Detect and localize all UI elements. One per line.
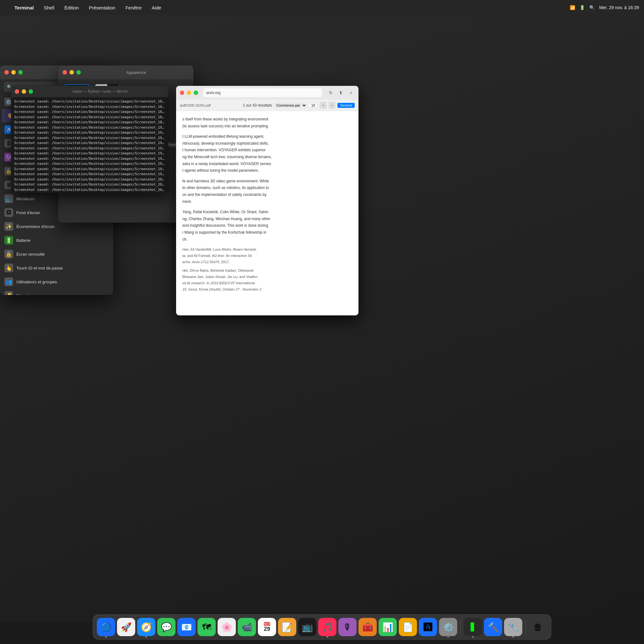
dock-appstore[interactable]: 🅰 bbox=[419, 618, 437, 636]
sp-lock-label: Écran verrouillé bbox=[16, 252, 45, 257]
dock-facetime[interactable]: 📹 bbox=[238, 618, 256, 636]
minimize-button[interactable] bbox=[11, 70, 16, 75]
pdf-text: s itself from these works by integrating… bbox=[182, 116, 352, 293]
screensaver-icon: ✨ bbox=[4, 222, 13, 231]
dock-pages[interactable]: 📄 bbox=[399, 618, 417, 636]
dock-xcode[interactable]: 🔨 bbox=[484, 618, 502, 636]
dock-toolbox[interactable]: 🧰 bbox=[358, 618, 377, 636]
sp-item-lock[interactable]: 🔒 Écran verrouillé bbox=[0, 247, 113, 261]
dock-trash[interactable]: 🗑 bbox=[529, 618, 547, 636]
menu-app-name[interactable]: Terminal bbox=[13, 4, 36, 11]
terminal-content[interactable]: Screenshot saved: /Users/invitation/Desk… bbox=[11, 97, 168, 193]
dock-photos[interactable]: 🌸 bbox=[218, 618, 236, 636]
search-count-input[interactable] bbox=[308, 103, 318, 108]
close-button[interactable] bbox=[4, 70, 9, 75]
browser-maximize[interactable] bbox=[194, 91, 198, 95]
dock-safari[interactable]: 🧭 bbox=[137, 618, 155, 636]
url-text: arxiv.org bbox=[206, 91, 220, 95]
search-prev-button[interactable]: ‹ bbox=[320, 102, 327, 109]
menu-bar-right: 📶 🔋 🔍 Mer. 29 nov. à 16:39 bbox=[570, 5, 639, 10]
sp-touchid-label: Touch ID et mot de passe bbox=[16, 266, 63, 270]
maximize-button[interactable] bbox=[18, 70, 23, 75]
terminal-minimize[interactable] bbox=[22, 89, 26, 94]
browser-content[interactable]: s itself from these works by integrating… bbox=[176, 111, 358, 315]
dock-mail[interactable]: 📧 bbox=[177, 618, 196, 636]
terminal-line: Screenshot saved: /Users/invitation/Desk… bbox=[14, 182, 165, 187]
dock-sysprefs[interactable]: ⚙️ bbox=[439, 618, 457, 636]
monitors-icon: 📺 bbox=[4, 194, 13, 203]
dock-terminal[interactable]: ▊ bbox=[464, 618, 482, 636]
done-button[interactable]: Terminé bbox=[337, 103, 355, 108]
sp-wallpaper-label: Fond d'écran bbox=[16, 210, 40, 215]
terminal-line: Screenshot saved: /Users/invitation/Desk… bbox=[14, 115, 165, 120]
menu-shell[interactable]: Shell bbox=[42, 4, 56, 11]
reload-button[interactable]: ↻ bbox=[327, 89, 335, 97]
sp-users-label: Utilisateurs et groupes bbox=[16, 280, 57, 284]
battery-icon-sp: 🔋 bbox=[4, 236, 13, 245]
dock-launchpad[interactable]: 🚀 bbox=[117, 618, 135, 636]
sp-item-passwords[interactable]: 🔑 Mots de passe bbox=[0, 289, 113, 295]
terminal-line: Screenshot saved: /Users/invitation/Desk… bbox=[14, 187, 165, 193]
search-type-select[interactable]: Commence par bbox=[274, 103, 307, 108]
menu-presentation[interactable]: Présentation bbox=[87, 4, 117, 11]
dock-separator-2 bbox=[525, 620, 526, 634]
browser-controls bbox=[180, 91, 198, 95]
pdf-url: /pdf/2305.16291.pdf bbox=[180, 103, 211, 107]
terminal-line: Screenshot saved: /Users/invitation/Desk… bbox=[14, 120, 165, 125]
dock-music[interactable]: 🎵 bbox=[318, 618, 336, 636]
search-menubar-icon[interactable]: 🔍 bbox=[589, 5, 595, 10]
terminal-close[interactable] bbox=[15, 89, 19, 94]
menu-aide[interactable]: Aide bbox=[150, 4, 163, 11]
app-minimize-button[interactable] bbox=[69, 70, 74, 75]
terminal-line: Screenshot saved: /Users/invitation/Desk… bbox=[14, 172, 165, 177]
browser-window: arxiv.org ↻ ⬆ + /pdf/2305.16291.pdf 1 su… bbox=[176, 86, 358, 315]
dock-numbers[interactable]: 📊 bbox=[379, 618, 397, 636]
dock-podcasts[interactable]: 🎙 bbox=[338, 618, 357, 636]
app-maximize-button[interactable] bbox=[76, 70, 81, 75]
terminal-line: Screenshot saved: /Users/invitation/Desk… bbox=[14, 161, 165, 167]
terminal-line: Screenshot saved: /Users/invitation/Desk… bbox=[14, 109, 165, 115]
dock-maps[interactable]: 🗺 bbox=[197, 618, 216, 636]
terminal-line: Screenshot saved: /Users/invitation/Desk… bbox=[14, 99, 165, 104]
dock-finder[interactable]: 🔵 bbox=[97, 618, 115, 636]
dock-settings[interactable]: 🔧 bbox=[504, 618, 522, 636]
terminal-line: Screenshot saved: /Users/invitation/Desk… bbox=[14, 130, 165, 136]
terminal-window: vision — Python • sudo — 80×24 Screensho… bbox=[11, 86, 168, 193]
sp-item-users[interactable]: 👥 Utilisateurs et groupes bbox=[0, 275, 113, 289]
dock-messages[interactable]: 💬 bbox=[157, 618, 175, 636]
terminal-line: Screenshot saved: /Users/invitation/Desk… bbox=[14, 141, 165, 146]
terminal-line: Screenshot saved: /Users/invitation/Desk… bbox=[14, 151, 165, 156]
lock-icon: 🔒 bbox=[4, 250, 13, 258]
dock: 🔵 🚀 🧭 💬 📧 🗺 🌸 📹 NOV29 📝 📺 🎵 🎙 🧰 bbox=[93, 614, 551, 640]
terminal-line: Screenshot saved: /Users/invitation/Desk… bbox=[14, 104, 165, 110]
wifi-icon: 📶 bbox=[570, 5, 575, 10]
sp-item-battery[interactable]: 🔋 Batterie bbox=[0, 233, 113, 247]
add-tab-button[interactable]: + bbox=[347, 89, 355, 97]
terminal-line: Screenshot saved: /Users/invitation/Desk… bbox=[14, 156, 165, 162]
terminal-line: Screenshot saved: /Users/invitation/Desk… bbox=[14, 177, 165, 182]
share-button[interactable]: ⬆ bbox=[337, 89, 345, 97]
sp-monitors-label: Moniteurs bbox=[16, 197, 34, 201]
browser-titlebar: arxiv.org ↻ ⬆ + bbox=[176, 86, 358, 100]
browser-minimize[interactable] bbox=[187, 91, 191, 95]
url-bar[interactable]: arxiv.org bbox=[203, 88, 322, 97]
dock-appletv[interactable]: 📺 bbox=[298, 618, 316, 636]
dock-reminders[interactable]: 📝 bbox=[278, 618, 296, 636]
terminal-line: Screenshot saved: /Users/invitation/Desk… bbox=[14, 136, 165, 141]
terminal-line: Screenshot saved: /Users/invitation/Desk… bbox=[14, 125, 165, 130]
browser-close[interactable] bbox=[180, 91, 184, 95]
menu-bar: Terminal Shell Édition Présentation Fenê… bbox=[0, 0, 644, 15]
terminal-line: Screenshot saved: /Users/invitation/Desk… bbox=[14, 146, 165, 151]
menu-bar-left: Terminal Shell Édition Présentation Fenê… bbox=[5, 4, 163, 11]
terminal-maximize[interactable] bbox=[29, 89, 33, 94]
search-next-button[interactable]: › bbox=[329, 102, 336, 109]
terminal-titlebar: vision — Python • sudo — 80×24 bbox=[11, 86, 168, 97]
dock-calendar[interactable]: NOV29 bbox=[258, 618, 276, 636]
desktop: 🔍 ⚙️ Général 🎨 Apparence ♿ Accessibilité… bbox=[0, 15, 644, 622]
battery-icon: 🔋 bbox=[580, 5, 585, 10]
sp-item-touchid[interactable]: 👆 Touch ID et mot de passe bbox=[0, 261, 113, 275]
app-close-button[interactable] bbox=[63, 70, 67, 75]
menu-fenetre[interactable]: Fenêtre bbox=[124, 4, 144, 11]
menu-edition[interactable]: Édition bbox=[63, 4, 81, 11]
app-titlebar: Apparence bbox=[58, 65, 193, 79]
